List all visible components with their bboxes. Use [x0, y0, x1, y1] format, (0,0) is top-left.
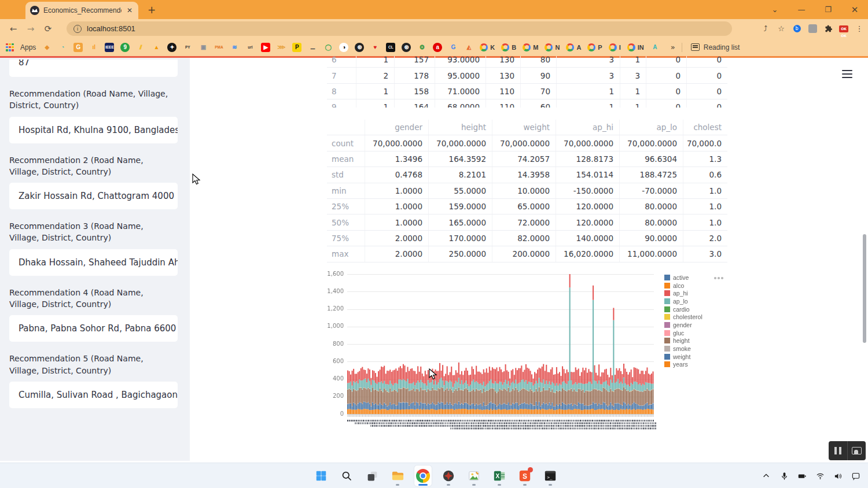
- stats-header-cell: gender: [365, 120, 428, 135]
- recorder-pause-button[interactable]: [829, 441, 847, 460]
- teal-a-bookmark[interactable]: A: [650, 43, 660, 52]
- google-g-bookmark[interactable]: G: [448, 43, 458, 52]
- start-button[interactable]: [312, 465, 330, 486]
- minimize-button[interactable]: —: [788, 5, 815, 14]
- streamlit-menu-icon[interactable]: [842, 70, 852, 80]
- chart-more-options-button[interactable]: [711, 272, 726, 284]
- recommendation-label-2: Recommendation 2 (Road Name, Village, Di…: [9, 154, 174, 178]
- diamond-bookmark[interactable]: ◆: [42, 43, 52, 52]
- google-ads-bookmark[interactable]: ⫽: [136, 43, 145, 52]
- share-icon[interactable]: ⤴: [760, 24, 771, 34]
- forward-button[interactable]: →: [22, 24, 39, 34]
- extension-gray-icon[interactable]: [807, 24, 818, 34]
- github-bookmark[interactable]: ✦: [167, 43, 176, 52]
- stats-value-cell: 2.0000: [365, 246, 428, 261]
- matlab-bookmark[interactable]: ◭: [464, 43, 473, 52]
- recommendation-input-1[interactable]: Hospital Rd, Khulna 9100, Bangladesh: [9, 117, 178, 143]
- bookmarks-divider: [682, 43, 682, 52]
- microphone-icon[interactable]: [778, 472, 790, 480]
- screen-recorder-overlay: [829, 441, 866, 460]
- heart-bookmark[interactable]: ♥: [370, 43, 380, 52]
- stacked-bar-chart[interactable]: [324, 265, 671, 439]
- battery-icon[interactable]: [796, 472, 808, 480]
- extension-pin-icon[interactable]: b: [792, 24, 802, 34]
- reading-list-button[interactable]: Reading list: [691, 43, 740, 51]
- bookmark-google-k[interactable]: K: [480, 43, 495, 51]
- analytics-triangle-bookmark[interactable]: ▲: [152, 43, 161, 52]
- sidebar-partial-input[interactable]: 87: [9, 60, 178, 77]
- photos-app-button[interactable]: [465, 465, 483, 486]
- orange-g-bookmark[interactable]: G: [73, 43, 83, 52]
- youtube-bookmark[interactable]: ▶: [261, 43, 270, 52]
- yellow-p-bookmark[interactable]: P: [292, 43, 301, 52]
- teal-ring-bookmark[interactable]: ◔: [58, 43, 67, 52]
- search-button[interactable]: [338, 465, 355, 486]
- recommendation-input-5[interactable]: Cumilla, Sulivan Road , Bagichagaon(ne: [9, 382, 178, 408]
- excel-button[interactable]: X: [491, 465, 508, 486]
- chevron-up-icon[interactable]: [760, 472, 773, 480]
- close-window-button[interactable]: ✕: [841, 5, 868, 15]
- analytics-bars-bookmark[interactable]: ıl: [89, 43, 98, 52]
- apps-grid-icon[interactable]: [6, 43, 14, 51]
- site-info-icon[interactable]: i: [73, 25, 82, 33]
- apps-label[interactable]: Apps: [20, 43, 36, 51]
- recorder-pip-button[interactable]: [847, 441, 866, 460]
- streamlit-app-button[interactable]: S: [516, 465, 534, 486]
- bookmark-google-p[interactable]: P: [587, 43, 602, 51]
- page-scrollbar[interactable]: [863, 234, 866, 343]
- stats-value-cell: 140.0000: [556, 231, 619, 246]
- speaker-icon[interactable]: [832, 472, 844, 480]
- file-explorer-button[interactable]: [389, 465, 406, 486]
- dark-globe2-bookmark[interactable]: ⊛: [402, 43, 411, 52]
- task-view-button[interactable]: [363, 465, 381, 486]
- browser-tab[interactable]: Economics_Recommender · Strea ✕: [25, 2, 138, 19]
- dark-dash-bookmark[interactable]: ⚊: [308, 43, 317, 52]
- google-favicon-icon: [627, 43, 635, 51]
- restore-button[interactable]: ❐: [815, 5, 841, 14]
- tab-close-icon[interactable]: ✕: [126, 6, 134, 14]
- bookmark-google-n[interactable]: N: [545, 43, 560, 51]
- url-text-bookmark[interactable]: url: [245, 43, 255, 52]
- chart-canvas[interactable]: [324, 265, 671, 439]
- reload-button[interactable]: ⟳: [39, 24, 57, 34]
- bookmark-google-a[interactable]: A: [566, 43, 581, 51]
- chrome-button[interactable]: [414, 465, 432, 486]
- legend-item-years: years: [664, 361, 703, 369]
- airtel-bookmark[interactable]: a: [433, 43, 442, 52]
- gray-shield-bookmark[interactable]: ▣: [198, 43, 208, 52]
- duck-bookmark[interactable]: ◑: [339, 43, 348, 52]
- cl-bookmark[interactable]: CL: [386, 43, 395, 52]
- wifi-icon[interactable]: [814, 472, 826, 480]
- chat-icon[interactable]: [849, 472, 862, 480]
- extensions-puzzle-icon[interactable]: [823, 24, 833, 34]
- green-badge-bookmark[interactable]: ❂: [417, 43, 426, 52]
- terminal-button[interactable]: >_: [542, 465, 559, 486]
- stats-value-cell: 10.0000: [492, 183, 556, 198]
- chrome-menu-icon[interactable]: ⋮: [854, 24, 865, 34]
- recommendation-input-4[interactable]: Pabna, Pabna Sohor Rd, Pabna 6600: [9, 315, 178, 342]
- tab-search-icon[interactable]: ⌄: [762, 5, 788, 14]
- ieee-bookmark[interactable]: IEEE: [105, 43, 114, 52]
- legend-item-weight: weight: [664, 353, 703, 361]
- back-button[interactable]: ←: [5, 24, 22, 34]
- open-indicator: [549, 484, 552, 486]
- bookmark-google-m[interactable]: M: [523, 43, 538, 51]
- bookmark-google-i[interactable]: I: [609, 43, 621, 51]
- bookmark-google-b[interactable]: B: [501, 43, 516, 51]
- bookmarks-overflow-chevron[interactable]: »: [671, 43, 675, 51]
- bookmark-google-in[interactable]: IN: [627, 43, 644, 51]
- dark-globe-bookmark[interactable]: ⊛: [355, 43, 364, 52]
- pma-bookmark[interactable]: PMA: [214, 43, 223, 52]
- extension-badge-icon[interactable]: OK OK: [838, 24, 849, 34]
- wifi-blue-bookmark[interactable]: ≋: [230, 43, 239, 52]
- green-ring-bookmark[interactable]: ◯: [323, 43, 333, 52]
- nine-badge-bookmark[interactable]: 9: [120, 43, 130, 52]
- bookmark-star-icon[interactable]: ☆: [776, 24, 786, 34]
- py-text-bookmark[interactable]: PY: [183, 43, 192, 52]
- recommendation-input-2[interactable]: Zakir Hossain Rd, Chattogram 4000: [9, 183, 178, 209]
- address-bar[interactable]: i localhost:8501: [67, 21, 732, 36]
- new-tab-button[interactable]: +: [148, 4, 156, 16]
- orange-wing-bookmark[interactable]: ⋙: [277, 43, 286, 52]
- dark-app-button[interactable]: [440, 465, 457, 486]
- recommendation-input-3[interactable]: Dhaka Hossain, Shaheed Tajuddin Ahm(: [9, 249, 178, 276]
